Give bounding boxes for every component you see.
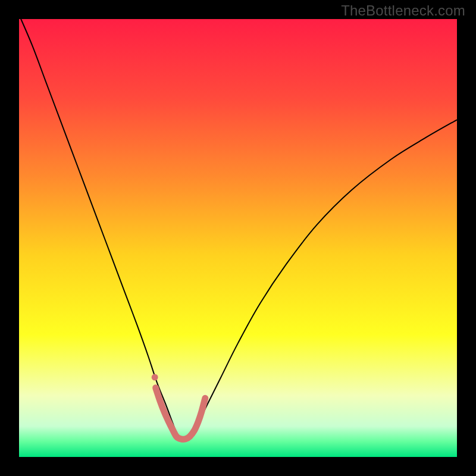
series-trough-overlay bbox=[156, 388, 205, 440]
chart-series-group bbox=[19, 19, 457, 439]
chart-svg bbox=[19, 19, 457, 457]
marker-trough-marker bbox=[152, 374, 158, 381]
series-main-curve bbox=[19, 19, 457, 439]
chart-frame: TheBottleneck.com bbox=[0, 0, 476, 476]
chart-plot-area bbox=[19, 19, 457, 457]
watermark-label: TheBottleneck.com bbox=[341, 2, 465, 19]
chart-markers-group bbox=[152, 374, 158, 381]
